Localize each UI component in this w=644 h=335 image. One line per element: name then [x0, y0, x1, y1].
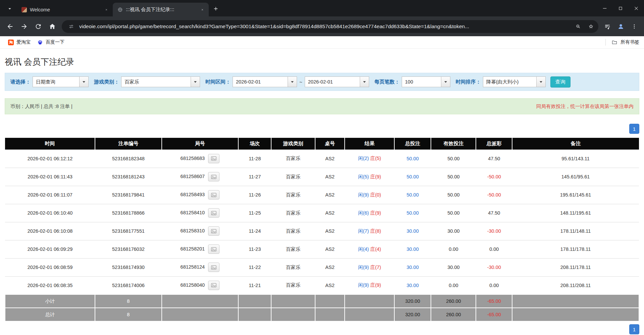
cell-table-no: AS2	[315, 204, 345, 222]
profile-avatar[interactable]	[614, 20, 627, 33]
menu-kebab-button[interactable]	[628, 20, 641, 33]
maximize-button[interactable]	[612, 0, 628, 16]
dropdown-arrow-icon[interactable]	[288, 77, 297, 87]
minimize-button[interactable]	[597, 0, 612, 16]
url-bar[interactable]: videoie.com/ipl/portal.php/game/betrecor…	[62, 20, 598, 33]
cell-valid-bet: 50.00	[431, 204, 476, 222]
date-from-input[interactable]	[233, 77, 288, 87]
cell-game-type: 百家乐	[271, 204, 315, 222]
home-button[interactable]	[46, 20, 59, 33]
cell-table-no: AS2	[315, 258, 345, 276]
cell-session: 11-23	[238, 240, 271, 258]
bookmark-label: 百度一下	[46, 39, 64, 45]
game-type-label: 游戏类别：	[94, 79, 119, 85]
cell-time: 2026-02-01 06:11:43	[5, 168, 95, 186]
forward-button[interactable]	[17, 20, 31, 33]
empty-cell	[315, 308, 345, 321]
tab-close-icon[interactable]	[103, 6, 110, 13]
cell-round: 681258040	[162, 276, 239, 294]
tab-title: Welcome	[30, 7, 100, 12]
kebab-icon	[631, 23, 637, 30]
maximize-icon	[618, 6, 623, 11]
round-view-button[interactable]	[208, 263, 219, 272]
cell-note: 178.11/148.11	[512, 222, 639, 240]
cell-total-bet[interactable]: 30.00	[394, 222, 431, 240]
per-page-combobox	[402, 76, 450, 87]
table-row: 2026-02-01 06:11:07 523168179841 6812584…	[5, 186, 639, 204]
grand-total-valid-bet: 260.00	[431, 308, 476, 321]
cell-session: 11-22	[238, 258, 271, 276]
result-player: 闲(7)	[358, 228, 369, 234]
site-info-icon[interactable]	[66, 22, 76, 31]
query-type-input[interactable]	[33, 77, 79, 87]
per-page-input[interactable]	[402, 77, 441, 87]
cell-total-bet[interactable]: 30.00	[394, 240, 431, 258]
select-label: 请选择：	[10, 79, 31, 85]
round-view-button[interactable]	[208, 226, 219, 236]
round-view-button[interactable]	[208, 190, 219, 200]
sort-input[interactable]	[483, 77, 536, 87]
tab-betrecord[interactable]: :::视讯 会员下注纪录:::	[113, 3, 209, 16]
tab-welcome[interactable]: Welcome	[17, 3, 113, 16]
cell-time: 2026-02-01 06:10:08	[5, 222, 95, 240]
reload-button[interactable]	[32, 20, 45, 33]
round-view-button[interactable]	[208, 154, 219, 163]
sort-combobox	[483, 76, 546, 87]
media-controls-button[interactable]	[601, 20, 614, 33]
tab-search-button[interactable]	[4, 3, 15, 14]
currency-summary: 币别：人民币 | 总共 :8 注单 |	[10, 103, 72, 110]
new-tab-button[interactable]	[210, 3, 221, 14]
cell-time: 2026-02-01 06:11:07	[5, 186, 95, 204]
zoom-icon[interactable]	[574, 22, 583, 31]
dropdown-arrow-icon[interactable]	[536, 77, 545, 87]
close-button[interactable]	[628, 0, 644, 16]
subtotal-valid-bet: 260.00	[431, 294, 476, 308]
cell-bet-id: 523168179841	[95, 186, 161, 204]
picture-icon	[211, 283, 216, 287]
cell-valid-bet: 0.00	[431, 240, 476, 258]
cell-time: 2026-02-01 06:09:29	[5, 240, 95, 258]
date-to-combobox	[305, 76, 369, 87]
pagination-page-1[interactable]: 1	[629, 324, 639, 334]
round-view-button[interactable]	[208, 172, 219, 181]
bookmark-star-icon[interactable]	[586, 22, 596, 31]
cell-total-bet[interactable]: 30.00	[394, 276, 431, 294]
back-icon	[6, 23, 14, 30]
result-banker: 庄(7)	[370, 265, 381, 270]
cell-total-bet[interactable]: 50.00	[394, 168, 431, 186]
dropdown-arrow-icon[interactable]	[79, 77, 88, 87]
table-row: 2026-02-01 06:08:35 523168174006 6812580…	[5, 276, 639, 294]
result-player: 闲(4)	[358, 246, 369, 252]
dropdown-arrow-icon[interactable]	[441, 77, 450, 87]
titlebar: Welcome :::视讯 会员下注纪录:::	[0, 0, 644, 16]
divider	[605, 39, 606, 46]
grand-total-count: 8	[95, 308, 161, 321]
date-to-input[interactable]	[305, 77, 360, 87]
round-view-button[interactable]	[208, 281, 219, 290]
round-number: 681258040	[181, 282, 205, 288]
back-button[interactable]	[3, 20, 17, 33]
cell-total-bet[interactable]: 30.00	[394, 258, 431, 276]
round-view-button[interactable]	[208, 208, 219, 218]
round-view-button[interactable]	[208, 244, 219, 254]
cell-total-bet[interactable]: 50.00	[394, 186, 431, 204]
game-type-input[interactable]	[121, 77, 191, 87]
dropdown-arrow-icon[interactable]	[191, 77, 200, 87]
bookmark-taobao[interactable]: 淘 爱淘宝	[5, 38, 34, 47]
pagination-page-1[interactable]: 1	[629, 124, 639, 134]
all-bookmarks-button[interactable]: 所有书签	[605, 39, 639, 46]
bookmark-baidu[interactable]: 百度一下	[34, 38, 68, 47]
search-button[interactable]: 查询	[550, 76, 571, 88]
result-player: 闲(5)	[358, 174, 369, 179]
cell-bet-id: 523168182348	[95, 150, 161, 168]
table-row: 2026-02-01 06:08:59 523168174930 6812581…	[5, 258, 639, 276]
dropdown-arrow-icon[interactable]	[360, 77, 369, 87]
window-controls	[597, 0, 644, 16]
tab-close-icon[interactable]	[199, 6, 206, 13]
result-player: 闲(6)	[358, 210, 369, 216]
header-session: 场次	[238, 138, 271, 150]
round-number: 681258683	[181, 156, 205, 161]
cell-total-bet[interactable]: 50.00	[394, 204, 431, 222]
cell-round: 681258683	[162, 150, 239, 168]
cell-total-bet[interactable]: 50.00	[394, 150, 431, 168]
